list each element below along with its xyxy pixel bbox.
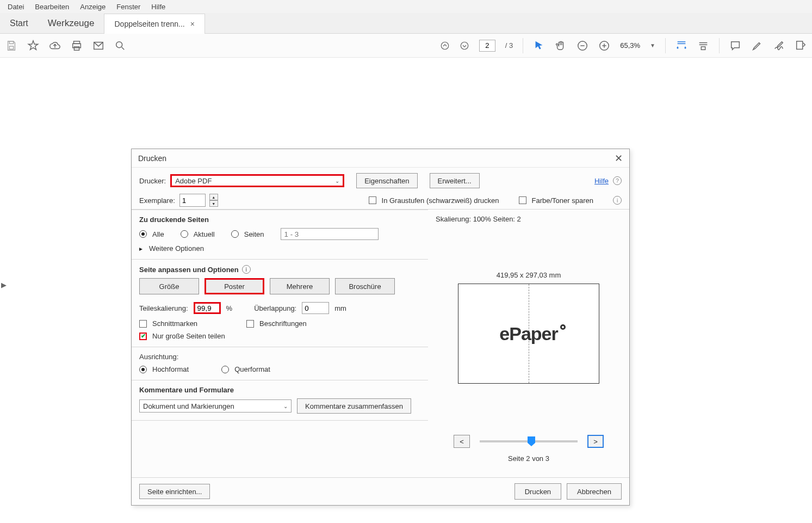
fit-info-icon[interactable]: i bbox=[242, 265, 251, 274]
menu-edit[interactable]: Bearbeiten bbox=[29, 1, 75, 13]
print-dialog: Drucken ✕ Drucker: Adobe PDF ⌄ Eigenscha… bbox=[131, 149, 630, 506]
tab-home[interactable]: Start bbox=[0, 13, 38, 33]
help-link[interactable]: Hilfe bbox=[594, 177, 609, 185]
zoom-dropdown-icon[interactable]: ▼ bbox=[650, 42, 655, 48]
booklet-tab[interactable]: Broschüre bbox=[335, 278, 395, 294]
slider-thumb[interactable] bbox=[528, 436, 535, 446]
grayscale-label: In Graustufen (schwarzweiß) drucken bbox=[382, 196, 499, 205]
overlap-label: Überlappung: bbox=[254, 304, 296, 312]
chevron-down-icon: ⌄ bbox=[283, 403, 288, 409]
printer-select[interactable]: Adobe PDF ⌄ bbox=[170, 174, 344, 187]
toolbar: / 3 65,3% ▼ bbox=[0, 34, 812, 58]
tile-scale-input[interactable] bbox=[194, 302, 221, 314]
tab-active-label: Doppelseiten trenn... bbox=[114, 20, 184, 28]
star-icon[interactable] bbox=[27, 40, 39, 52]
help-icon[interactable]: ? bbox=[613, 176, 622, 185]
copies-spinner[interactable]: ▲▼ bbox=[209, 194, 218, 207]
preview-prev-button[interactable]: < bbox=[454, 435, 470, 448]
grayscale-checkbox[interactable] bbox=[369, 196, 376, 204]
cursor-icon[interactable] bbox=[533, 40, 545, 52]
comments-select[interactable]: Dokument und Markierungen ⌄ bbox=[139, 399, 292, 413]
menu-view[interactable]: Anzeige bbox=[75, 1, 111, 13]
labels-checkbox[interactable] bbox=[246, 320, 254, 328]
search-icon[interactable] bbox=[114, 40, 126, 52]
print-icon[interactable] bbox=[71, 40, 83, 52]
document-area: ▶ Drucken ✕ Drucker: Adobe PDF ⌄ Eigensc… bbox=[0, 58, 812, 523]
menubar: Datei Bearbeiten Anzeige Fenster Hilfe bbox=[0, 0, 812, 13]
poster-tab[interactable]: Poster bbox=[204, 278, 264, 294]
fit-width-icon[interactable] bbox=[675, 40, 687, 52]
svg-rect-1 bbox=[9, 46, 13, 49]
pages-all-radio[interactable] bbox=[139, 230, 147, 238]
edit-icon[interactable] bbox=[795, 40, 807, 52]
save-toner-checkbox[interactable] bbox=[519, 196, 526, 204]
pages-panel: Zu druckende Seiten Alle Aktuell Seiten … bbox=[132, 210, 428, 260]
zoom-in-icon[interactable] bbox=[598, 40, 610, 52]
highlight-icon[interactable] bbox=[751, 40, 763, 52]
pages-range-radio[interactable] bbox=[231, 230, 239, 238]
cancel-button[interactable]: Abbrechen bbox=[567, 483, 622, 500]
page-number-input[interactable] bbox=[479, 40, 495, 52]
size-tab[interactable]: Größe bbox=[139, 278, 199, 294]
svg-point-5 bbox=[116, 41, 122, 47]
overlap-unit: mm bbox=[334, 304, 346, 312]
summarize-comments-button[interactable]: Kommentare zusammenfassen bbox=[297, 398, 411, 414]
print-button[interactable]: Drucken bbox=[515, 483, 561, 500]
properties-button[interactable]: Eigenschaften bbox=[356, 173, 417, 188]
tab-active-document[interactable]: Doppelseiten trenn... × bbox=[104, 14, 204, 34]
preview-next-button[interactable]: > bbox=[587, 435, 604, 448]
hand-icon[interactable] bbox=[555, 40, 567, 52]
zoom-out-icon[interactable] bbox=[577, 40, 588, 52]
expand-icon[interactable]: ▸ bbox=[139, 245, 142, 253]
landscape-radio[interactable] bbox=[221, 366, 229, 373]
save-icon[interactable] bbox=[5, 40, 17, 52]
split-large-checkbox[interactable] bbox=[139, 333, 147, 340]
page-down-icon[interactable] bbox=[460, 41, 469, 51]
portrait-radio[interactable] bbox=[139, 366, 147, 373]
split-large-label: Nur große Seiten teilen bbox=[152, 332, 225, 340]
preview-panel: Skalierung: 100% Seiten: 2 419,95 x 297,… bbox=[428, 210, 629, 477]
email-icon[interactable] bbox=[92, 40, 104, 52]
preview-page-indicator: Seite 2 von 3 bbox=[508, 454, 549, 463]
menu-file[interactable]: Datei bbox=[2, 1, 29, 13]
svg-rect-0 bbox=[9, 41, 13, 44]
fit-panel: Seite anpassen und Optioneni Größe Poste… bbox=[132, 260, 428, 347]
cloud-upload-icon[interactable] bbox=[49, 40, 61, 52]
dialog-close-icon[interactable]: ✕ bbox=[615, 152, 623, 164]
orientation-panel: Ausrichtung: Hochformat Querformat bbox=[132, 347, 428, 380]
preview-image: ePaper bbox=[458, 284, 599, 384]
pages-range-input[interactable] bbox=[281, 228, 379, 240]
fit-title: Seite anpassen und Optionen bbox=[139, 266, 239, 274]
sign-icon[interactable] bbox=[773, 40, 785, 52]
preview-dimensions: 419,95 x 297,03 mm bbox=[497, 271, 561, 279]
svg-point-6 bbox=[441, 42, 449, 50]
more-options-label[interactable]: Weitere Optionen bbox=[149, 244, 204, 253]
orientation-title: Ausrichtung: bbox=[139, 353, 420, 361]
menu-help[interactable]: Hilfe bbox=[146, 1, 171, 13]
info-icon[interactable]: i bbox=[613, 196, 622, 205]
comments-panel: Kommentare und Formulare Dokument und Ma… bbox=[132, 380, 428, 421]
comments-value: Dokument und Markierungen bbox=[143, 402, 234, 410]
menu-window[interactable]: Fenster bbox=[111, 1, 146, 13]
comment-icon[interactable] bbox=[729, 40, 741, 52]
tab-tools[interactable]: Werkzeuge bbox=[38, 13, 104, 33]
close-tab-icon[interactable]: × bbox=[190, 20, 195, 28]
copies-input[interactable] bbox=[179, 194, 206, 207]
advanced-button[interactable]: Erweitert... bbox=[430, 173, 480, 188]
fit-page-icon[interactable] bbox=[697, 40, 709, 52]
multiple-tab[interactable]: Mehrere bbox=[270, 278, 330, 294]
preview-slider[interactable] bbox=[480, 440, 578, 442]
pages-title: Zu druckende Seiten bbox=[139, 216, 420, 224]
dialog-titlebar: Drucken ✕ bbox=[132, 149, 629, 168]
pages-current-radio[interactable] bbox=[181, 230, 188, 238]
printer-label: Drucker: bbox=[139, 177, 166, 185]
page-up-icon[interactable] bbox=[440, 41, 450, 51]
sidepanel-toggle-icon[interactable]: ▶ bbox=[1, 281, 7, 289]
cut-marks-checkbox[interactable] bbox=[139, 320, 147, 328]
scale-info-label: Skalierung: 100% Seiten: 2 bbox=[436, 215, 521, 223]
zoom-level-label[interactable]: 65,3% bbox=[620, 41, 640, 50]
landscape-label: Querformat bbox=[234, 365, 270, 373]
page-setup-button[interactable]: Seite einrichten... bbox=[139, 484, 210, 499]
overlap-input[interactable] bbox=[302, 302, 329, 314]
cut-marks-label: Schnittmarken bbox=[152, 319, 197, 328]
